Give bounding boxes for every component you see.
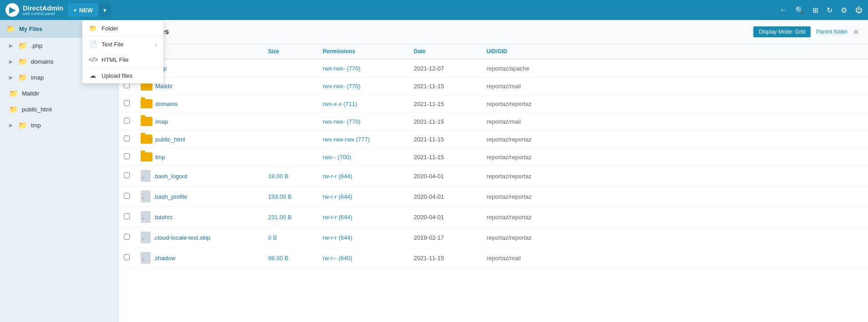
file-name-link[interactable]: tmp (155, 154, 165, 161)
file-size: 18.00 B (263, 166, 317, 186)
file-permissions: rwx-x-x (711) (317, 95, 408, 113)
table-row: public_htmlrwx-rwx-rwx (777)2021-11-15re… (118, 131, 868, 148)
dropdown-html-file-label: HTML File (102, 56, 128, 63)
file-size: 231.00 B (263, 207, 317, 227)
file-icon (141, 191, 151, 202)
sidebar-item-maildir[interactable]: 📁 Maildir (0, 86, 118, 101)
collapse-button[interactable]: ✕ (853, 28, 859, 36)
row-checkbox[interactable] (124, 234, 130, 240)
display-mode-button[interactable]: Display Mode: Grid (753, 26, 811, 37)
row-checkbox[interactable] (124, 213, 130, 219)
new-dropdown-menu: 📁 Folder 📄 Text File › </> HTML File ☁ U… (82, 20, 164, 84)
file-size: 0 B (263, 227, 317, 248)
folder-icon (141, 152, 152, 161)
refresh-icon[interactable]: ↻ (827, 6, 832, 15)
file-name-cell: .shadow (135, 248, 263, 268)
sidebar-title: My Files (19, 25, 42, 32)
file-icon (141, 170, 151, 182)
grid-icon[interactable]: ⊞ (812, 6, 818, 15)
content-header-right: Display Mode: Grid Parent folder ✕ (753, 26, 859, 37)
row-checkbox[interactable] (124, 153, 130, 159)
dropdown-item-html-file[interactable]: </> HTML File (82, 52, 163, 67)
parent-folder-link[interactable]: Parent folder (816, 29, 848, 35)
table-row: .shadow98.00 Brw-r-- (640)2021-11-15repo… (118, 248, 868, 268)
file-name-link[interactable]: .bash_profile (153, 193, 187, 200)
chevron-right-icon: › (155, 41, 157, 48)
search-icon[interactable]: 🔍 (795, 6, 804, 15)
sidebar-item-label: .php (31, 42, 42, 49)
folder-icon: 📁 (89, 25, 97, 32)
dropdown-text-file-label: Text File (102, 41, 123, 48)
col-date-header[interactable]: Date (408, 44, 481, 59)
col-uid-header[interactable]: UID/GID (481, 44, 868, 59)
logout-icon[interactable]: ⏻ (855, 6, 863, 14)
sidebar-item-label: imap (31, 74, 44, 81)
file-permissions: rw-r-r (644) (317, 207, 408, 227)
folder-icon (141, 135, 152, 144)
file-date: 2020-04-01 (408, 207, 481, 227)
file-size (263, 77, 317, 95)
chevron-down-icon: ▾ (103, 7, 107, 14)
col-size-header[interactable]: Size (263, 44, 317, 59)
row-checkbox[interactable] (124, 100, 130, 106)
sidebar-item-public-html[interactable]: 📁 public_html (0, 101, 118, 117)
col-perm-header[interactable]: Permissions (317, 44, 408, 59)
folder-icon: 📁 (18, 121, 27, 130)
file-name-link[interactable]: imap (155, 118, 168, 125)
new-button-dropdown[interactable]: ▾ (98, 3, 111, 17)
file-name-link[interactable]: public_html (155, 136, 185, 143)
table-row: domainsrwx-x-x (711)2021-11-15reportaz/r… (118, 95, 868, 113)
file-name-link[interactable]: .bash_logout (153, 173, 187, 180)
row-checkbox[interactable] (124, 254, 130, 260)
upload-icon: ☁ (89, 72, 97, 79)
arrow-icon: ▶ (9, 43, 13, 49)
file-name-link[interactable]: .cloud-locale-test.skip (153, 234, 210, 241)
brand-name: DirectAdmin (23, 4, 63, 12)
file-icon (141, 211, 151, 223)
file-size (263, 148, 317, 166)
file-date: 2021-11-15 (408, 77, 481, 95)
content-area: 📁 My Files Display Mode: Grid Parent fol… (118, 20, 868, 322)
row-checkbox[interactable] (124, 118, 130, 124)
brand-arrow-icon: ▶ (9, 5, 15, 15)
file-date: 2021-12-07 (408, 59, 481, 77)
file-permissions: rw-r-r (644) (317, 227, 408, 248)
folder-icon: 📁 (18, 57, 27, 66)
back-icon[interactable]: ← (780, 6, 787, 14)
folder-icon (141, 99, 152, 108)
file-date: 2021-11-15 (408, 95, 481, 113)
top-header: ▶ DirectAdmin web control panel + NEW ▾ … (0, 0, 868, 20)
sidebar-item-tmp[interactable]: ▶ 📁 tmp (0, 117, 118, 133)
table-row: .bash_profile193.00 Brw-r-r (644)2020-04… (118, 186, 868, 207)
file-permissions: rwx-- (700) (317, 148, 408, 166)
brand-icon: ▶ (5, 3, 19, 17)
settings-icon[interactable]: ⚙ (841, 6, 847, 15)
arrow-icon: ▶ (9, 59, 13, 65)
file-permissions: rwx-rwx-rwx (777) (317, 131, 408, 148)
file-name-link[interactable]: domains (155, 101, 178, 107)
file-icon (141, 252, 151, 264)
file-name-link[interactable]: .shadow (153, 255, 175, 262)
header-right: ← 🔍 ⊞ ↻ ⚙ ⏻ (780, 6, 863, 15)
file-uid: reportaz/mail (481, 77, 868, 95)
dropdown-item-folder[interactable]: 📁 Folder (82, 20, 163, 36)
dropdown-item-upload[interactable]: ☁ Upload files (82, 67, 163, 83)
row-checkbox[interactable] (124, 172, 130, 178)
row-checkbox[interactable] (124, 193, 130, 199)
folder-icon: 📁 (9, 89, 18, 98)
table-row: Maildirrwx-rwx- (770)2021-11-15reportaz/… (118, 77, 868, 95)
table-row: .cloud-locale-test.skip0 Brw-r-r (644)20… (118, 227, 868, 248)
folder-icon (141, 117, 152, 126)
file-size (263, 131, 317, 148)
arrow-icon: ▶ (9, 122, 13, 128)
row-checkbox[interactable] (124, 136, 130, 141)
dropdown-item-text-file[interactable]: 📄 Text File › (82, 36, 163, 52)
file-size (263, 113, 317, 131)
file-size: 98.00 B (263, 248, 317, 268)
file-uid: reportaz/reportaz (481, 131, 868, 148)
file-name-link[interactable]: .bashrc (153, 214, 173, 221)
file-uid: reportaz/apache (481, 59, 868, 77)
new-button[interactable]: + NEW (68, 3, 98, 17)
file-date: 2021-11-15 (408, 131, 481, 148)
file-table: Name Size Permissions Date UID/GID .phpr… (118, 44, 868, 268)
